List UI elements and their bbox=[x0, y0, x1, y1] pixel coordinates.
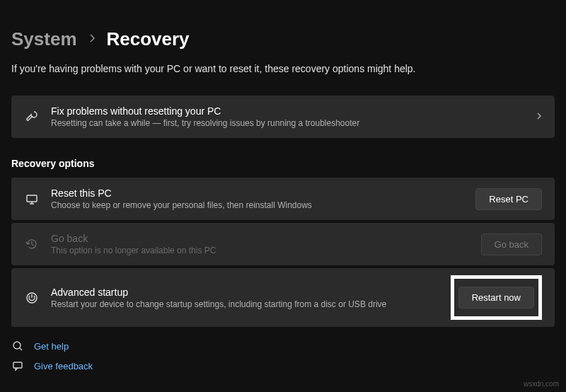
breadcrumb-parent[interactable]: System bbox=[11, 28, 77, 50]
chevron-right-icon bbox=[536, 111, 542, 122]
help-icon bbox=[11, 340, 24, 352]
intro-text: If you're having problems with your PC o… bbox=[11, 63, 555, 74]
troubleshoot-card[interactable]: Fix problems without resetting your PC R… bbox=[11, 96, 555, 138]
page-title: Recovery bbox=[107, 28, 190, 50]
advanced-startup-title: Advanced startup bbox=[51, 287, 439, 298]
go-back-title: Go back bbox=[51, 233, 470, 244]
chevron-right-icon bbox=[88, 33, 96, 46]
give-feedback-link[interactable]: Give feedback bbox=[11, 359, 555, 372]
go-back-content: Go back This option is no longer availab… bbox=[51, 233, 470, 255]
wrench-icon bbox=[24, 109, 40, 125]
advanced-startup-subtitle: Restart your device to change startup se… bbox=[51, 299, 439, 309]
get-help-label: Get help bbox=[34, 341, 69, 352]
svg-rect-3 bbox=[13, 362, 22, 368]
go-back-button: Go back bbox=[481, 234, 542, 255]
pc-icon bbox=[24, 191, 40, 207]
troubleshoot-title: Fix problems without resetting your PC bbox=[51, 105, 525, 117]
power-icon bbox=[24, 290, 40, 306]
give-feedback-label: Give feedback bbox=[34, 361, 93, 371]
history-icon bbox=[24, 236, 40, 252]
reset-pc-content: Reset this PC Choose to keep or remove y… bbox=[51, 188, 464, 210]
breadcrumb: System Recovery bbox=[11, 28, 555, 50]
reset-pc-title: Reset this PC bbox=[51, 188, 464, 199]
advanced-startup-card: Advanced startup Restart your device to … bbox=[11, 268, 555, 327]
restart-now-button[interactable]: Restart now bbox=[458, 287, 534, 309]
troubleshoot-subtitle: Resetting can take a while — first, try … bbox=[51, 118, 525, 128]
help-links: Get help Give feedback bbox=[11, 340, 555, 372]
svg-rect-0 bbox=[27, 195, 37, 202]
feedback-icon bbox=[11, 359, 24, 372]
reset-pc-subtitle: Choose to keep or remove your personal f… bbox=[51, 200, 464, 210]
watermark: wsxdn.com bbox=[524, 380, 559, 388]
troubleshoot-content: Fix problems without resetting your PC R… bbox=[51, 105, 525, 128]
restart-now-highlight: Restart now bbox=[451, 275, 542, 320]
go-back-subtitle: This option is no longer available on th… bbox=[51, 246, 470, 255]
get-help-link[interactable]: Get help bbox=[11, 340, 555, 352]
reset-pc-button[interactable]: Reset PC bbox=[475, 188, 542, 210]
advanced-startup-content: Advanced startup Restart your device to … bbox=[51, 287, 439, 309]
recovery-options-header: Recovery options bbox=[11, 158, 555, 169]
go-back-card: Go back This option is no longer availab… bbox=[11, 223, 555, 265]
reset-pc-card: Reset this PC Choose to keep or remove y… bbox=[11, 178, 555, 220]
